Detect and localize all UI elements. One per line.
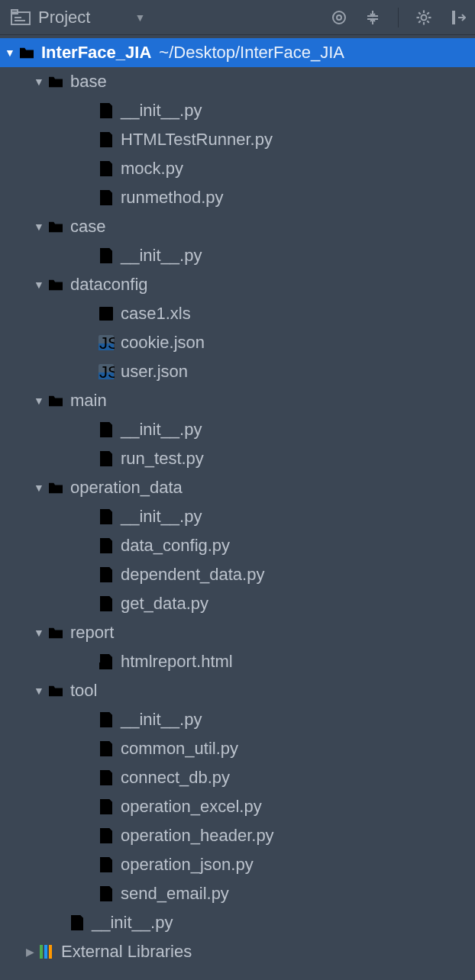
html-file-icon [96,652,116,672]
file-label: run_test.py [121,449,204,469]
folder-icon [46,623,66,643]
file-item[interactable]: get_data.py [0,589,475,618]
svg-point-4 [333,11,345,24]
python-file-icon [96,797,116,817]
file-label: cookie.json [121,333,205,353]
chevron-down-icon[interactable]: ▼ [3,46,17,60]
folder-main[interactable]: ▼ main [0,386,475,415]
folder-icon [46,217,66,237]
file-item[interactable]: htmlreport.html [0,647,475,676]
file-item[interactable]: __init__.py [0,96,475,125]
external-libraries-label: External Libraries [61,942,192,962]
external-libraries[interactable]: ▶ External Libraries [0,937,475,966]
python-file-icon [96,565,116,585]
hide-icon[interactable] [448,8,467,27]
folder-label: main [70,391,107,411]
chevron-down-icon[interactable]: ▼ [32,75,46,89]
file-item[interactable]: run_test.py [0,444,475,473]
file-item[interactable]: operation_excel.py [0,792,475,821]
file-item[interactable]: data_config.py [0,531,475,560]
chevron-down-icon[interactable]: ▼ [32,394,46,408]
python-file-icon [96,536,116,556]
library-icon [37,942,57,962]
file-label: user.json [121,362,188,382]
file-item[interactable]: runmethod.py [0,183,475,212]
file-item[interactable]: case1.xls [0,299,475,328]
project-toolbar: Project ▼ [0,0,475,35]
file-item[interactable]: operation_header.py [0,821,475,850]
file-item[interactable]: send_email.py [0,879,475,908]
chevron-down-icon[interactable]: ▼ [32,481,46,495]
python-file-icon [67,913,87,933]
chevron-down-icon[interactable]: ▼ [32,278,46,292]
svg-point-6 [422,15,427,20]
folder-label: dataconfig [70,275,148,295]
file-label: __init__.py [121,507,202,527]
folder-label: case [70,217,105,237]
svg-line-13 [427,12,429,15]
folder-label: tool [70,681,97,701]
python-file-icon [96,101,116,121]
file-label: dependent_data.py [121,565,264,585]
xls-file-icon [96,304,116,324]
folder-report[interactable]: ▼ report [0,618,475,647]
svg-line-11 [418,12,421,15]
file-label: get_data.py [121,594,208,614]
project-root[interactable]: ▼ InterFace_JIA ~/Desktop/InterFace_JIA [0,38,475,67]
folder-icon [46,275,66,295]
file-label: __init__.py [121,101,202,121]
svg-line-12 [427,21,429,23]
python-file-icon [96,420,116,440]
file-label: __init__.py [121,246,202,266]
file-label: data_config.py [121,536,230,556]
collapse-all-icon[interactable] [363,8,383,27]
folder-icon [17,43,37,63]
project-view-selector[interactable]: Project ▼ [11,8,329,27]
gear-icon[interactable] [414,8,434,27]
chevron-down-icon[interactable]: ▼ [32,626,46,640]
chevron-right-icon[interactable]: ▶ [23,945,37,959]
folder-label: report [70,623,114,643]
chevron-down-icon[interactable]: ▼ [32,684,46,698]
file-label: runmethod.py [121,188,224,208]
python-file-icon [96,246,116,266]
file-item[interactable]: __init__.py [0,705,475,734]
file-item[interactable]: cookie.json [0,328,475,357]
python-file-icon [96,130,116,150]
json-file-icon [96,333,116,353]
file-label: __init__.py [92,913,173,933]
file-item[interactable]: HTMLTestRunner.py [0,125,475,154]
file-item[interactable]: __init__.py [0,241,475,270]
file-item[interactable]: mock.py [0,154,475,183]
folder-base[interactable]: ▼ base [0,67,475,96]
file-item[interactable]: __init__.py [0,415,475,444]
file-label: operation_excel.py [121,797,262,817]
project-view-label: Project [38,8,90,27]
file-item[interactable]: user.json [0,357,475,386]
file-item[interactable]: connect_db.py [0,763,475,792]
python-file-icon [96,159,116,179]
python-file-icon [96,188,116,208]
file-item[interactable]: __init__.py [0,502,475,531]
python-file-icon [96,855,116,875]
folder-operation-data[interactable]: ▼ operation_data [0,473,475,502]
folder-case[interactable]: ▼ case [0,212,475,241]
file-label: send_email.py [121,884,229,904]
file-item[interactable]: operation_json.py [0,850,475,879]
root-name: InterFace_JIA [41,43,151,63]
python-file-icon [96,768,116,788]
svg-rect-2 [15,17,21,18]
python-file-icon [96,884,116,904]
folder-icon [46,72,66,92]
file-item[interactable]: __init__.py [0,908,475,937]
folder-dataconfig[interactable]: ▼ dataconfig [0,270,475,299]
dropdown-arrow-icon: ▼ [134,11,145,24]
chevron-down-icon[interactable]: ▼ [32,220,46,234]
folder-tool[interactable]: ▼ tool [0,676,475,705]
file-item[interactable]: dependent_data.py [0,560,475,589]
file-item[interactable]: common_util.py [0,734,475,763]
file-label: operation_json.py [121,855,254,875]
folder-icon [46,478,66,498]
scroll-from-source-icon[interactable] [329,8,349,27]
python-file-icon [96,507,116,527]
